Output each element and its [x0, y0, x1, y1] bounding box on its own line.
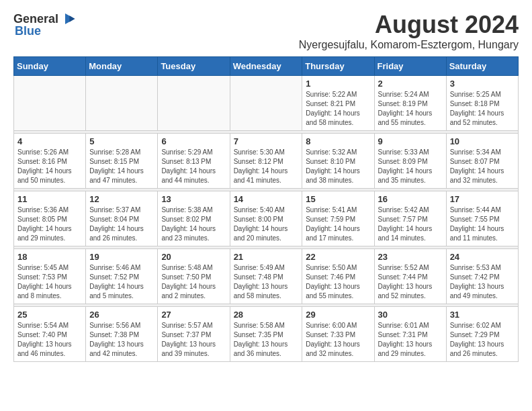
day-info: Sunrise: 5:30 AM Sunset: 8:12 PM Dayligh… [234, 148, 299, 185]
day-number: 23 [378, 252, 443, 262]
day-number: 17 [450, 194, 515, 204]
day-cell: 17Sunrise: 5:44 AM Sunset: 7:55 PM Dayli… [446, 191, 518, 246]
day-info: Sunrise: 5:41 AM Sunset: 7:59 PM Dayligh… [306, 205, 370, 243]
day-number: 22 [306, 252, 370, 262]
day-info: Sunrise: 6:02 AM Sunset: 7:29 PM Dayligh… [450, 321, 515, 359]
day-cell: 31Sunrise: 6:02 AM Sunset: 7:29 PM Dayli… [446, 307, 518, 362]
logo-icon [60, 11, 76, 27]
day-info: Sunrise: 5:26 AM Sunset: 8:16 PM Dayligh… [17, 148, 82, 185]
day-number: 6 [161, 136, 226, 146]
day-info: Sunrise: 5:36 AM Sunset: 8:05 PM Dayligh… [17, 205, 82, 243]
day-info: Sunrise: 5:40 AM Sunset: 8:00 PM Dayligh… [234, 205, 299, 243]
day-info: Sunrise: 5:48 AM Sunset: 7:50 PM Dayligh… [161, 263, 226, 301]
day-cell: 30Sunrise: 6:01 AM Sunset: 7:31 PM Dayli… [374, 307, 446, 362]
page-header: General Blue August 2024 Nyergesujfalu, … [13, 11, 519, 51]
week-row-1: 1Sunrise: 5:22 AM Sunset: 8:21 PM Daylig… [14, 76, 519, 131]
day-number: 14 [234, 194, 299, 204]
day-info: Sunrise: 5:34 AM Sunset: 8:07 PM Dayligh… [450, 148, 515, 185]
svg-marker-1 [69, 15, 75, 22]
day-info: Sunrise: 5:42 AM Sunset: 7:57 PM Dayligh… [378, 205, 443, 243]
day-number: 15 [306, 194, 370, 204]
day-info: Sunrise: 5:44 AM Sunset: 7:55 PM Dayligh… [450, 205, 515, 243]
day-info: Sunrise: 5:22 AM Sunset: 8:21 PM Dayligh… [306, 90, 370, 128]
day-info: Sunrise: 5:28 AM Sunset: 8:15 PM Dayligh… [89, 148, 154, 185]
day-info: Sunrise: 6:01 AM Sunset: 7:31 PM Dayligh… [378, 321, 443, 359]
day-info: Sunrise: 6:00 AM Sunset: 7:33 PM Dayligh… [306, 321, 370, 359]
day-number: 30 [378, 310, 443, 320]
day-cell [230, 76, 302, 131]
day-number: 12 [89, 194, 154, 204]
header-sunday: Sunday [14, 57, 86, 76]
calendar-table: SundayMondayTuesdayWednesdayThursdayFrid… [13, 56, 519, 362]
day-info: Sunrise: 5:54 AM Sunset: 7:40 PM Dayligh… [17, 321, 82, 359]
day-cell: 13Sunrise: 5:38 AM Sunset: 8:02 PM Dayli… [158, 191, 230, 246]
day-info: Sunrise: 5:37 AM Sunset: 8:04 PM Dayligh… [89, 205, 154, 243]
day-cell: 4Sunrise: 5:26 AM Sunset: 8:16 PM Daylig… [14, 134, 86, 189]
day-info: Sunrise: 5:57 AM Sunset: 7:37 PM Dayligh… [161, 321, 226, 359]
day-number: 4 [17, 136, 82, 146]
title-area: August 2024 Nyergesujfalu, Komarom-Eszte… [299, 11, 519, 51]
day-number: 16 [378, 194, 443, 204]
header-wednesday: Wednesday [230, 57, 302, 76]
week-row-3: 11Sunrise: 5:36 AM Sunset: 8:05 PM Dayli… [14, 191, 519, 246]
day-cell: 11Sunrise: 5:36 AM Sunset: 8:05 PM Dayli… [14, 191, 86, 246]
day-cell: 14Sunrise: 5:40 AM Sunset: 8:00 PM Dayli… [230, 191, 302, 246]
day-number: 27 [161, 310, 226, 320]
day-number: 29 [306, 310, 370, 320]
day-info: Sunrise: 5:24 AM Sunset: 8:19 PM Dayligh… [378, 90, 443, 128]
day-cell: 15Sunrise: 5:41 AM Sunset: 7:59 PM Dayli… [302, 191, 374, 246]
day-cell: 16Sunrise: 5:42 AM Sunset: 7:57 PM Dayli… [374, 191, 446, 246]
header-friday: Friday [374, 57, 446, 76]
day-cell: 26Sunrise: 5:56 AM Sunset: 7:38 PM Dayli… [86, 307, 158, 362]
header-monday: Monday [86, 57, 158, 76]
day-cell: 28Sunrise: 5:58 AM Sunset: 7:35 PM Dayli… [230, 307, 302, 362]
day-number: 1 [306, 79, 370, 89]
day-number: 19 [89, 252, 154, 262]
day-number: 18 [17, 252, 82, 262]
day-info: Sunrise: 5:45 AM Sunset: 7:53 PM Dayligh… [17, 263, 82, 301]
day-number: 31 [450, 310, 515, 320]
day-cell: 10Sunrise: 5:34 AM Sunset: 8:07 PM Dayli… [446, 134, 518, 189]
day-cell: 27Sunrise: 5:57 AM Sunset: 7:37 PM Dayli… [158, 307, 230, 362]
day-info: Sunrise: 5:29 AM Sunset: 8:13 PM Dayligh… [161, 148, 226, 185]
week-row-5: 25Sunrise: 5:54 AM Sunset: 7:40 PM Dayli… [14, 307, 519, 362]
day-number: 10 [450, 136, 515, 146]
day-cell: 22Sunrise: 5:50 AM Sunset: 7:46 PM Dayli… [302, 249, 374, 304]
day-number: 7 [234, 136, 299, 146]
day-cell: 24Sunrise: 5:53 AM Sunset: 7:42 PM Dayli… [446, 249, 518, 304]
day-info: Sunrise: 5:52 AM Sunset: 7:44 PM Dayligh… [378, 263, 443, 301]
day-info: Sunrise: 5:33 AM Sunset: 8:09 PM Dayligh… [378, 148, 443, 185]
day-info: Sunrise: 5:50 AM Sunset: 7:46 PM Dayligh… [306, 263, 370, 301]
day-cell [158, 76, 230, 131]
day-cell: 12Sunrise: 5:37 AM Sunset: 8:04 PM Dayli… [86, 191, 158, 246]
header-tuesday: Tuesday [158, 57, 230, 76]
day-cell: 5Sunrise: 5:28 AM Sunset: 8:15 PM Daylig… [86, 134, 158, 189]
calendar-header-row: SundayMondayTuesdayWednesdayThursdayFrid… [14, 57, 519, 76]
day-cell: 18Sunrise: 5:45 AM Sunset: 7:53 PM Dayli… [14, 249, 86, 304]
header-thursday: Thursday [302, 57, 374, 76]
day-info: Sunrise: 5:49 AM Sunset: 7:48 PM Dayligh… [234, 263, 299, 301]
day-cell: 3Sunrise: 5:25 AM Sunset: 8:18 PM Daylig… [446, 76, 518, 131]
day-info: Sunrise: 5:53 AM Sunset: 7:42 PM Dayligh… [450, 263, 515, 301]
day-cell: 9Sunrise: 5:33 AM Sunset: 8:09 PM Daylig… [374, 134, 446, 189]
day-number: 9 [378, 136, 443, 146]
day-number: 24 [450, 252, 515, 262]
day-cell: 2Sunrise: 5:24 AM Sunset: 8:19 PM Daylig… [374, 76, 446, 131]
day-cell: 29Sunrise: 6:00 AM Sunset: 7:33 PM Dayli… [302, 307, 374, 362]
day-cell [14, 76, 86, 131]
day-number: 5 [89, 136, 154, 146]
week-row-4: 18Sunrise: 5:45 AM Sunset: 7:53 PM Dayli… [14, 249, 519, 304]
day-number: 2 [378, 79, 443, 89]
day-info: Sunrise: 5:32 AM Sunset: 8:10 PM Dayligh… [306, 148, 370, 185]
day-cell: 23Sunrise: 5:52 AM Sunset: 7:44 PM Dayli… [374, 249, 446, 304]
day-cell [86, 76, 158, 131]
day-cell: 19Sunrise: 5:46 AM Sunset: 7:52 PM Dayli… [86, 249, 158, 304]
day-number: 25 [17, 310, 82, 320]
day-cell: 8Sunrise: 5:32 AM Sunset: 8:10 PM Daylig… [302, 134, 374, 189]
day-number: 26 [89, 310, 154, 320]
day-info: Sunrise: 5:25 AM Sunset: 8:18 PM Dayligh… [450, 90, 515, 128]
location-title: Nyergesujfalu, Komarom-Esztergom, Hungar… [299, 39, 519, 51]
day-number: 8 [306, 136, 370, 146]
day-cell: 25Sunrise: 5:54 AM Sunset: 7:40 PM Dayli… [14, 307, 86, 362]
day-info: Sunrise: 5:46 AM Sunset: 7:52 PM Dayligh… [89, 263, 154, 301]
